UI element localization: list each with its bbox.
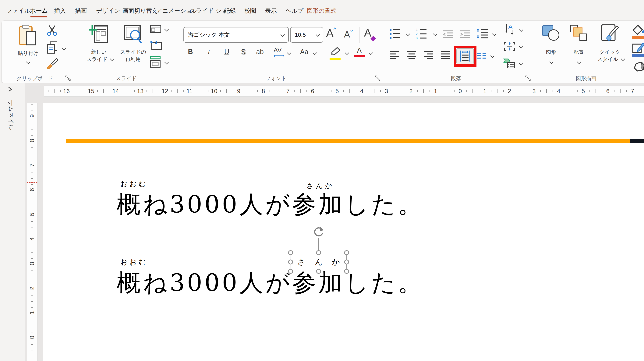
bullets-button[interactable] xyxy=(390,28,400,39)
font-size-combobox[interactable]: 10.5 xyxy=(290,27,323,42)
bold-button[interactable]: B xyxy=(188,48,193,56)
layout-button[interactable] xyxy=(150,25,171,34)
font-dialog-launcher[interactable] xyxy=(375,76,380,81)
selection-handle[interactable] xyxy=(288,269,293,274)
layout-dropdown-icon[interactable] xyxy=(164,27,169,32)
slide-canvas[interactable]: おおむ さんか 概ね3000人が参加した。 おおむ 概ね3000人が参加した。 … xyxy=(43,103,644,361)
align-text-dropdown-icon[interactable] xyxy=(519,44,524,49)
selection-handle[interactable] xyxy=(344,250,349,255)
slide-text-line1[interactable]: 概ね3000人が参加した。 xyxy=(117,188,424,220)
align-text-vertical-button[interactable] xyxy=(504,42,515,51)
horizontal-ruler[interactable]: 1615141312111098765432101234567 xyxy=(44,86,644,96)
reuse-slides-button[interactable]: スライドの 再利用 xyxy=(117,23,149,69)
underline-button[interactable]: U xyxy=(224,48,229,56)
selection-handle[interactable] xyxy=(316,250,321,255)
italic-button[interactable]: I xyxy=(208,48,210,56)
text-direction-dropdown-icon[interactable] xyxy=(519,28,524,32)
font-color-button[interactable]: A xyxy=(354,46,367,62)
shape-fill-button[interactable] xyxy=(632,25,644,40)
ruby-omune-line2[interactable]: おおむ xyxy=(120,258,148,267)
bullets-dropdown-icon[interactable] xyxy=(406,32,410,36)
menu-tab-file[interactable]: ファイル xyxy=(6,4,30,17)
ruby-omune-line1[interactable]: おおむ xyxy=(120,179,148,188)
section-dropdown-icon[interactable] xyxy=(164,60,169,64)
text-highlight-button[interactable] xyxy=(330,47,343,62)
line-spacing-dropdown-icon[interactable] xyxy=(492,32,496,36)
character-spacing-button[interactable]: AV xyxy=(274,46,284,58)
text-highlight-dropdown-icon[interactable] xyxy=(345,51,349,55)
text-direction-button[interactable]: A xyxy=(505,24,515,36)
numbering-button[interactable]: 1 2 3 xyxy=(416,28,427,40)
selection-handle[interactable] xyxy=(344,269,349,274)
menu-tab-shape-format[interactable]: 図形の書式 xyxy=(307,4,336,17)
quick-styles-button[interactable]: クイック スタイル xyxy=(594,23,626,69)
menu-tab-review[interactable]: 校閲 xyxy=(244,4,256,17)
selection-handle[interactable] xyxy=(288,250,293,255)
align-right-button[interactable] xyxy=(424,51,434,60)
menu-tab-draw[interactable]: 描画 xyxy=(75,4,87,17)
line-spacing-button[interactable] xyxy=(476,28,488,39)
selection-handle[interactable] xyxy=(316,269,321,274)
menu-tab-insert[interactable]: 挿入 xyxy=(54,4,66,17)
justify-button[interactable] xyxy=(441,51,451,60)
shape-outline-button[interactable] xyxy=(632,42,644,58)
columns-dropdown-icon[interactable] xyxy=(490,54,495,58)
ruler-number: 8 xyxy=(29,135,36,146)
paste-button[interactable]: 貼り付け xyxy=(13,23,43,69)
font-name-dropdown-icon[interactable] xyxy=(280,32,285,37)
decrease-font-size-button[interactable]: A˅ xyxy=(344,28,356,43)
text-shadow-button[interactable]: S xyxy=(241,48,246,56)
paragraph-dialog-launcher[interactable] xyxy=(525,76,530,81)
menu-tab-transitions[interactable]: 画面切り替え xyxy=(122,4,158,17)
decrease-indent-button[interactable] xyxy=(443,30,453,38)
menu-tab-record[interactable]: 記録 xyxy=(224,4,236,17)
ruler-number: 11 xyxy=(184,88,195,95)
strikethrough-button[interactable]: ab xyxy=(256,48,264,56)
section-button[interactable] xyxy=(150,56,171,68)
distributed-alignment-button[interactable] xyxy=(456,48,474,64)
menu-tab-view[interactable]: 表示 xyxy=(265,4,277,17)
arrange-dropdown-icon[interactable] xyxy=(577,60,581,64)
selected-textbox[interactable]: さ ん か xyxy=(290,253,346,271)
shapes-dropdown-icon[interactable] xyxy=(549,60,554,64)
clipboard-dialog-launcher[interactable] xyxy=(65,76,70,81)
vertical-ruler[interactable]: 9876543210 xyxy=(27,103,38,361)
cut-button[interactable] xyxy=(47,25,59,36)
expand-thumbnails-icon[interactable] xyxy=(7,86,12,92)
shape-effects-button[interactable] xyxy=(633,61,644,73)
ruler-tick xyxy=(31,234,33,234)
arrange-button[interactable]: 配置 xyxy=(566,23,592,69)
font-name-combobox[interactable]: 游ゴシック 本文 xyxy=(184,27,289,42)
rotate-handle-icon[interactable] xyxy=(312,226,324,238)
align-center-button[interactable] xyxy=(407,51,417,60)
paste-dropdown-icon[interactable] xyxy=(26,60,30,64)
align-left-button[interactable] xyxy=(390,51,400,60)
ruler-number: 6 xyxy=(29,184,36,195)
font-color-dropdown-icon[interactable] xyxy=(369,51,373,55)
copy-dropdown-icon[interactable] xyxy=(62,46,66,50)
convert-smartart-button[interactable] xyxy=(503,58,515,68)
increase-font-size-button[interactable]: A^ xyxy=(326,26,340,43)
character-spacing-dropdown-icon[interactable] xyxy=(287,51,291,55)
change-case-dropdown-icon[interactable] xyxy=(313,51,317,55)
format-painter-button[interactable] xyxy=(46,58,60,70)
increase-indent-button[interactable] xyxy=(460,30,470,38)
selection-handle[interactable] xyxy=(288,260,293,264)
clear-formatting-button[interactable]: A◆ xyxy=(364,26,377,43)
menu-tab-home[interactable]: ホーム xyxy=(30,4,48,17)
font-size-dropdown-icon[interactable] xyxy=(316,32,320,37)
menu-tab-design[interactable]: デザイン xyxy=(96,4,120,17)
selection-handle[interactable] xyxy=(344,260,349,264)
thumbnail-panel[interactable]: サムネイル xyxy=(0,83,25,361)
reset-button[interactable] xyxy=(150,41,171,50)
slide-text-line2[interactable]: 概ね3000人が参加した。 xyxy=(117,267,424,299)
numbering-dropdown-icon[interactable] xyxy=(433,32,438,36)
change-case-button[interactable]: Aa xyxy=(300,48,308,56)
slide-accent-bar[interactable] xyxy=(66,139,630,143)
menu-tab-help[interactable]: ヘルプ xyxy=(286,4,304,17)
shapes-button[interactable]: 図形 xyxy=(538,23,564,69)
columns-button[interactable] xyxy=(477,52,486,60)
new-slide-button[interactable]: 新しい スライド xyxy=(84,23,114,69)
copy-button[interactable] xyxy=(47,42,59,54)
smartart-dropdown-icon[interactable] xyxy=(519,61,524,66)
